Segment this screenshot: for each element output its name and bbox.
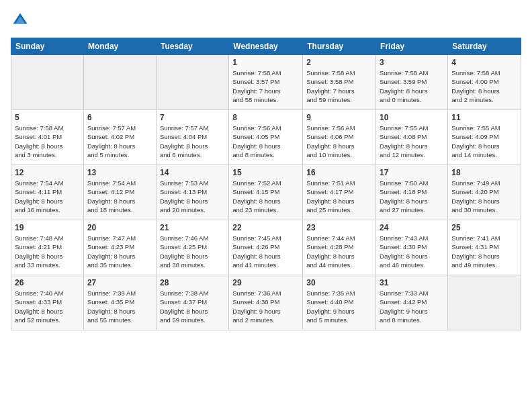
- day-info: Sunrise: 7:43 AM Sunset: 4:30 PM Dayligh…: [380, 234, 444, 269]
- day-info: Sunrise: 7:40 AM Sunset: 4:33 PM Dayligh…: [15, 289, 80, 324]
- week-row-4: 19Sunrise: 7:48 AM Sunset: 4:21 PM Dayli…: [11, 220, 521, 275]
- day-info: Sunrise: 7:36 AM Sunset: 4:38 PM Dayligh…: [232, 289, 299, 324]
- day-cell: 18Sunrise: 7:49 AM Sunset: 4:20 PM Dayli…: [448, 165, 521, 220]
- day-cell: 10Sunrise: 7:55 AM Sunset: 4:08 PM Dayli…: [376, 110, 448, 165]
- day-number: 27: [87, 278, 152, 287]
- day-cell: 7Sunrise: 7:57 AM Sunset: 4:04 PM Daylig…: [156, 110, 228, 165]
- day-info: Sunrise: 7:41 AM Sunset: 4:31 PM Dayligh…: [451, 234, 517, 269]
- weekday-header-wednesday: Wednesday: [229, 38, 303, 55]
- day-info: Sunrise: 7:58 AM Sunset: 3:57 PM Dayligh…: [232, 68, 299, 104]
- day-cell: 22Sunrise: 7:45 AM Sunset: 4:26 PM Dayli…: [229, 220, 303, 275]
- day-cell: 5Sunrise: 7:58 AM Sunset: 4:01 PM Daylig…: [11, 110, 84, 165]
- weekday-header-sunday: Sunday: [11, 38, 84, 55]
- day-number: 2: [306, 58, 372, 67]
- day-cell: [156, 55, 228, 110]
- day-number: 17: [380, 168, 444, 177]
- weekday-header-monday: Monday: [83, 38, 156, 55]
- day-info: Sunrise: 7:58 AM Sunset: 4:00 PM Dayligh…: [451, 68, 517, 104]
- day-cell: 13Sunrise: 7:54 AM Sunset: 4:12 PM Dayli…: [83, 165, 156, 220]
- day-number: 31: [380, 278, 444, 287]
- weekday-header-saturday: Saturday: [448, 38, 521, 55]
- day-info: Sunrise: 7:53 AM Sunset: 4:13 PM Dayligh…: [160, 179, 225, 214]
- day-number: 30: [306, 278, 372, 287]
- day-cell: 14Sunrise: 7:53 AM Sunset: 4:13 PM Dayli…: [156, 165, 228, 220]
- logo: [11, 11, 32, 30]
- day-number: 20: [87, 223, 152, 232]
- day-cell: [11, 55, 84, 110]
- day-number: 21: [160, 223, 225, 232]
- weekday-header-tuesday: Tuesday: [156, 38, 228, 55]
- day-cell: 19Sunrise: 7:48 AM Sunset: 4:21 PM Dayli…: [11, 220, 84, 275]
- day-info: Sunrise: 7:51 AM Sunset: 4:17 PM Dayligh…: [306, 179, 372, 214]
- day-number: 8: [232, 113, 299, 122]
- day-info: Sunrise: 7:35 AM Sunset: 4:40 PM Dayligh…: [306, 289, 372, 324]
- day-info: Sunrise: 7:57 AM Sunset: 4:02 PM Dayligh…: [87, 124, 152, 159]
- day-number: 12: [15, 168, 80, 177]
- day-cell: 4Sunrise: 7:58 AM Sunset: 4:00 PM Daylig…: [448, 55, 521, 110]
- week-row-1: 1Sunrise: 7:58 AM Sunset: 3:57 PM Daylig…: [11, 55, 521, 110]
- day-number: 9: [306, 113, 372, 122]
- day-number: 15: [232, 168, 299, 177]
- day-number: 6: [87, 113, 152, 122]
- day-cell: 23Sunrise: 7:44 AM Sunset: 4:28 PM Dayli…: [303, 220, 376, 275]
- day-cell: 24Sunrise: 7:43 AM Sunset: 4:30 PM Dayli…: [376, 220, 448, 275]
- day-number: 24: [380, 223, 444, 232]
- day-info: Sunrise: 7:38 AM Sunset: 4:37 PM Dayligh…: [160, 289, 225, 324]
- day-cell: 26Sunrise: 7:40 AM Sunset: 4:33 PM Dayli…: [11, 275, 84, 330]
- day-number: 13: [87, 168, 152, 177]
- header: [11, 11, 521, 30]
- day-number: 10: [380, 113, 444, 122]
- day-info: Sunrise: 7:52 AM Sunset: 4:15 PM Dayligh…: [232, 179, 299, 214]
- day-number: 22: [232, 223, 299, 232]
- day-info: Sunrise: 7:33 AM Sunset: 4:42 PM Dayligh…: [380, 289, 444, 324]
- day-number: 16: [306, 168, 372, 177]
- week-row-2: 5Sunrise: 7:58 AM Sunset: 4:01 PM Daylig…: [11, 110, 521, 165]
- day-info: Sunrise: 7:55 AM Sunset: 4:09 PM Dayligh…: [451, 124, 517, 159]
- day-info: Sunrise: 7:46 AM Sunset: 4:25 PM Dayligh…: [160, 234, 225, 269]
- week-row-5: 26Sunrise: 7:40 AM Sunset: 4:33 PM Dayli…: [11, 275, 521, 330]
- day-number: 26: [15, 278, 80, 287]
- day-info: Sunrise: 7:58 AM Sunset: 4:01 PM Dayligh…: [15, 124, 80, 159]
- day-cell: 20Sunrise: 7:47 AM Sunset: 4:23 PM Dayli…: [83, 220, 156, 275]
- day-info: Sunrise: 7:54 AM Sunset: 4:11 PM Dayligh…: [15, 179, 80, 214]
- week-row-3: 12Sunrise: 7:54 AM Sunset: 4:11 PM Dayli…: [11, 165, 521, 220]
- day-cell: 12Sunrise: 7:54 AM Sunset: 4:11 PM Dayli…: [11, 165, 84, 220]
- day-cell: 1Sunrise: 7:58 AM Sunset: 3:57 PM Daylig…: [229, 55, 303, 110]
- day-number: 23: [306, 223, 372, 232]
- calendar: SundayMondayTuesdayWednesdayThursdayFrid…: [11, 38, 521, 330]
- logo-icon: [11, 11, 30, 30]
- day-cell: 8Sunrise: 7:56 AM Sunset: 4:05 PM Daylig…: [229, 110, 303, 165]
- day-info: Sunrise: 7:44 AM Sunset: 4:28 PM Dayligh…: [306, 234, 372, 269]
- day-info: Sunrise: 7:48 AM Sunset: 4:21 PM Dayligh…: [15, 234, 80, 269]
- day-info: Sunrise: 7:58 AM Sunset: 3:58 PM Dayligh…: [306, 68, 372, 104]
- day-cell: 9Sunrise: 7:56 AM Sunset: 4:06 PM Daylig…: [303, 110, 376, 165]
- day-info: Sunrise: 7:47 AM Sunset: 4:23 PM Dayligh…: [87, 234, 152, 269]
- day-info: Sunrise: 7:45 AM Sunset: 4:26 PM Dayligh…: [232, 234, 299, 269]
- day-number: 18: [451, 168, 517, 177]
- day-cell: [83, 55, 156, 110]
- day-info: Sunrise: 7:39 AM Sunset: 4:35 PM Dayligh…: [87, 289, 152, 324]
- weekday-header-friday: Friday: [376, 38, 448, 55]
- day-cell: 27Sunrise: 7:39 AM Sunset: 4:35 PM Dayli…: [83, 275, 156, 330]
- weekday-header-thursday: Thursday: [303, 38, 376, 55]
- day-cell: 15Sunrise: 7:52 AM Sunset: 4:15 PM Dayli…: [229, 165, 303, 220]
- day-number: 29: [232, 278, 299, 287]
- day-number: 28: [160, 278, 225, 287]
- day-number: 14: [160, 168, 225, 177]
- day-number: 5: [15, 113, 80, 122]
- page: SundayMondayTuesdayWednesdayThursdayFrid…: [0, 0, 532, 411]
- day-cell: 21Sunrise: 7:46 AM Sunset: 4:25 PM Dayli…: [156, 220, 228, 275]
- day-cell: 25Sunrise: 7:41 AM Sunset: 4:31 PM Dayli…: [448, 220, 521, 275]
- day-info: Sunrise: 7:50 AM Sunset: 4:18 PM Dayligh…: [380, 179, 444, 214]
- day-info: Sunrise: 7:55 AM Sunset: 4:08 PM Dayligh…: [380, 124, 444, 159]
- day-number: 25: [451, 223, 517, 232]
- weekday-header-row: SundayMondayTuesdayWednesdayThursdayFrid…: [11, 38, 521, 55]
- day-cell: 6Sunrise: 7:57 AM Sunset: 4:02 PM Daylig…: [83, 110, 156, 165]
- day-number: 4: [451, 58, 517, 67]
- day-info: Sunrise: 7:58 AM Sunset: 3:59 PM Dayligh…: [380, 68, 444, 104]
- day-cell: 31Sunrise: 7:33 AM Sunset: 4:42 PM Dayli…: [376, 275, 448, 330]
- day-cell: [448, 275, 521, 330]
- day-cell: 29Sunrise: 7:36 AM Sunset: 4:38 PM Dayli…: [229, 275, 303, 330]
- day-number: 1: [232, 58, 299, 67]
- day-cell: 30Sunrise: 7:35 AM Sunset: 4:40 PM Dayli…: [303, 275, 376, 330]
